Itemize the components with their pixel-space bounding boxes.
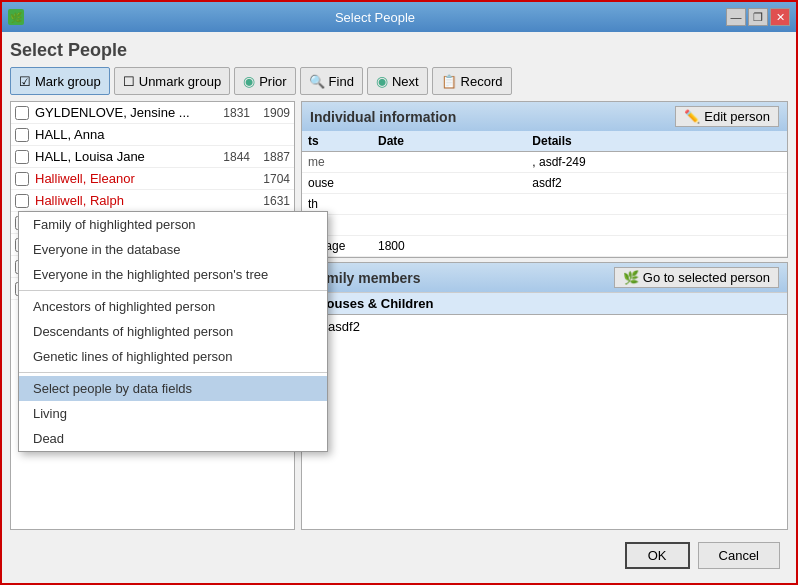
menu-item-genetic[interactable]: Genetic lines of highlighted person (19, 344, 327, 369)
edit-person-label: Edit person (704, 109, 770, 124)
field-label: ouse (302, 173, 372, 194)
goto-label: Go to selected person (643, 270, 770, 285)
person-name: GYLDENLOVE, Jensine ... (35, 105, 210, 120)
person-checkbox[interactable] (15, 128, 29, 142)
table-row: ouseasdf2 (302, 173, 787, 194)
minimize-button[interactable]: — (726, 8, 746, 26)
record-icon: 📋 (441, 74, 457, 89)
field-date (372, 173, 526, 194)
main-area: GYLDENLOVE, Jensine ...18311909HALL, Ann… (10, 101, 788, 530)
spouses-title: Spouses & Children (310, 296, 434, 311)
restore-button[interactable]: ❐ (748, 8, 768, 26)
col-details: Details (526, 131, 787, 152)
family-members-section: Family members 🌿 Go to selected person S… (301, 262, 788, 530)
title-bar: 🌿 Select People — ❐ ✕ (2, 2, 796, 32)
list-item[interactable]: GYLDENLOVE, Jensine ...18311909 (11, 102, 294, 124)
col-ts: ts (302, 131, 372, 152)
app-icon: 🌿 (8, 9, 24, 25)
record-label: Record (461, 74, 503, 89)
content-area: Select People ☑ Mark group ☐ Unmark grou… (2, 32, 796, 583)
person-death: 1909 (250, 106, 290, 120)
edit-icon: ✏️ (684, 109, 700, 124)
individual-info-header: Individual information ✏️ Edit person (302, 102, 787, 131)
person-name: Halliwell, Eleanor (35, 171, 250, 186)
person-checkbox[interactable] (15, 194, 29, 208)
next-icon: ◉ (376, 73, 388, 89)
list-item[interactable]: HALL, Anna (11, 124, 294, 146)
person-birth: 1844 (210, 150, 250, 164)
person-checkbox[interactable] (15, 172, 29, 186)
person-checkbox[interactable] (15, 106, 29, 120)
window-controls: — ❐ ✕ (726, 8, 790, 26)
field-details (526, 236, 787, 257)
list-item[interactable]: Halliwell, Ralph1631 (11, 190, 294, 212)
individual-info-table: ts Date Details me, asdf-249ouseasdf2tha… (302, 131, 787, 257)
person-name: HALL, Louisa Jane (35, 149, 210, 164)
menu-item-family-highlighted[interactable]: Family of highlighted person (19, 212, 327, 237)
unmark-group-label: Unmark group (139, 74, 221, 89)
prior-button[interactable]: ◉ Prior (234, 67, 295, 95)
menu-item-everyone-tree[interactable]: Everyone in the highlighted person's tre… (19, 262, 327, 287)
table-row: th (302, 194, 787, 215)
person-birth: 1704 (250, 172, 290, 186)
record-button[interactable]: 📋 Record (432, 67, 512, 95)
main-window: 🌿 Select People — ❐ ✕ Select People ☑ Ma… (0, 0, 798, 585)
window-title: Select People (24, 10, 726, 25)
person-checkbox[interactable] (15, 150, 29, 164)
spouses-content: sp-asdf2 (302, 315, 787, 338)
menu-divider (19, 372, 327, 373)
individual-info-section: Individual information ✏️ Edit person ts… (301, 101, 788, 258)
menu-item-data-fields[interactable]: Select people by data fields (19, 376, 327, 401)
menu-item-dead[interactable]: Dead (19, 426, 327, 451)
list-item[interactable]: HALL, Louisa Jane18441887 (11, 146, 294, 168)
col-date: Date (372, 131, 526, 152)
field-label: me (302, 152, 372, 173)
goto-icon: 🌿 (623, 270, 639, 285)
field-details (526, 215, 787, 236)
person-name: HALL, Anna (35, 127, 290, 142)
menu-item-ancestors[interactable]: Ancestors of highlighted person (19, 294, 327, 319)
checkbox-icon: ☑ (19, 74, 31, 89)
field-date (372, 152, 526, 173)
next-label: Next (392, 74, 419, 89)
edit-person-button[interactable]: ✏️ Edit person (675, 106, 779, 127)
menu-item-living[interactable]: Living (19, 401, 327, 426)
find-label: Find (329, 74, 354, 89)
individual-info-title: Individual information (310, 109, 456, 125)
table-row: me, asdf-249 (302, 152, 787, 173)
toolbar: ☑ Mark group ☐ Unmark group ◉ Prior 🔍 Fi… (10, 67, 788, 95)
next-button[interactable]: ◉ Next (367, 67, 428, 95)
find-button[interactable]: 🔍 Find (300, 67, 363, 95)
unmark-group-button[interactable]: ☐ Unmark group (114, 67, 230, 95)
ok-button[interactable]: OK (625, 542, 690, 569)
find-icon: 🔍 (309, 74, 325, 89)
person-birth: 1631 (250, 194, 290, 208)
prior-icon: ◉ (243, 73, 255, 89)
mark-group-button[interactable]: ☑ Mark group (10, 67, 110, 95)
prior-label: Prior (259, 74, 286, 89)
family-members-header: Family members 🌿 Go to selected person (302, 263, 787, 292)
person-death: 1887 (250, 150, 290, 164)
bottom-bar: OK Cancel (10, 536, 788, 575)
spouses-children-header: Spouses & Children (302, 293, 787, 315)
field-date (372, 194, 526, 215)
list-item[interactable]: Halliwell, Eleanor1704 (11, 168, 294, 190)
field-details: asdf2 (526, 173, 787, 194)
field-details: , asdf-249 (526, 152, 787, 173)
page-title: Select People (10, 40, 788, 61)
field-date: 1800 (372, 236, 526, 257)
cancel-button[interactable]: Cancel (698, 542, 780, 569)
menu-item-descendants[interactable]: Descendants of highlighted person (19, 319, 327, 344)
table-row: ath (302, 215, 787, 236)
field-date (372, 215, 526, 236)
table-row: arriage1800 (302, 236, 787, 257)
person-birth: 1831 (210, 106, 250, 120)
dropdown-menu: Family of highlighted personEveryone in … (18, 211, 328, 452)
uncheck-icon: ☐ (123, 74, 135, 89)
close-button[interactable]: ✕ (770, 8, 790, 26)
right-panel: Individual information ✏️ Edit person ts… (301, 101, 788, 530)
menu-item-everyone-database[interactable]: Everyone in the database (19, 237, 327, 262)
field-details (526, 194, 787, 215)
mark-group-label: Mark group (35, 74, 101, 89)
goto-selected-person-button[interactable]: 🌿 Go to selected person (614, 267, 779, 288)
